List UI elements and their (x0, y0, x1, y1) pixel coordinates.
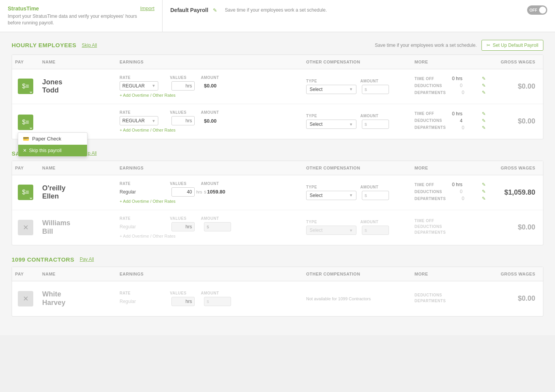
williams-other-comp-cell: TYPE AMOUNT Select ▼ s (303, 217, 411, 238)
oreilly-values-label: VALUES (170, 181, 201, 186)
williams-pay-icon-x[interactable]: ✕ (18, 220, 33, 235)
papercheck-departments-value: 0 (462, 125, 464, 130)
papercheck-other-comp-cell: TYPE AMOUNT Select ▼ s (303, 111, 411, 132)
white-rate-label: RATE (120, 291, 170, 295)
table-row: $≡ Jones Todd RATE VALUES AMOUNT (12, 69, 543, 104)
hourly-table-header: PAY NAME EARNINGS OTHER COMPENSATION MOR… (12, 55, 543, 69)
white-values-label: VALUES (170, 291, 201, 295)
contractors-table: PAY NAME EARNINGS OTHER COMPENSATION MOR… (12, 267, 543, 317)
popup-paper-check-item[interactable]: 💳 Paper Check (18, 133, 87, 145)
oreilly-values-input[interactable] (171, 187, 195, 197)
salary-table: PAY NAME EARNINGS OTHER COMPENSATION MOR… (12, 161, 543, 245)
oreilly-rate-label: RATE (120, 181, 170, 186)
white-pay-cell: ✕ (12, 288, 39, 310)
papercheck-dollar-input[interactable]: s (362, 120, 389, 129)
white-pay-icon-x[interactable]: ✕ (18, 291, 33, 306)
papercheck-deductions-value: 4 (460, 118, 462, 123)
jones-pay-icon[interactable]: $≡ (18, 79, 33, 94)
contractors-th-other-comp: OTHER COMPENSATION (303, 270, 411, 278)
jones-name-cell: Jones Todd (39, 75, 116, 98)
white-values-input[interactable] (171, 297, 195, 306)
pay-icon-dropdown-arrow-3 (29, 198, 33, 199)
white-deductions-label: DEDUCTIONS (415, 293, 442, 297)
papercheck-pay-wrapper: $≡ 💳 Paper Check ✕ (18, 115, 33, 130)
oreilly-type-text: Select (310, 193, 322, 198)
oreilly-name-cell: O'reilly Ellen (39, 181, 116, 204)
oreilly-departments-edit[interactable]: ✎ (482, 196, 486, 201)
jones-type-select[interactable]: Select ▼ (306, 85, 356, 94)
jones-dollar-input[interactable]: s (362, 85, 389, 94)
jones-values-input[interactable] (171, 81, 195, 91)
table-row: $≡ O'reilly Ellen RATE VALUES AMOUNT (12, 175, 543, 210)
pay-icon-dropdown-arrow-2 (29, 128, 33, 129)
jones-rate-label: RATE (120, 75, 170, 80)
default-payroll-toggle[interactable]: OFF (527, 5, 547, 15)
oreilly-pay-icon[interactable]: $≡ (18, 185, 33, 200)
setup-default-payroll-button[interactable]: ✂ Set Up Default Payroll (481, 40, 543, 51)
white-more-cell: DEDUCTIONS DEPARTMENTS (411, 290, 489, 308)
oreilly-add-overtime[interactable]: + Add Overtime / Other Rates (120, 199, 300, 204)
popup-skip-payroll[interactable]: ✕ Skip this payroll (18, 145, 87, 156)
papercheck-deductions-edit[interactable]: ✎ (482, 118, 486, 123)
white-dollar-prefix: s (207, 299, 209, 304)
jones-time-off-edit[interactable]: ✎ (482, 76, 486, 81)
williams-gross-wages: $0.00 (489, 220, 543, 235)
jones-add-overtime[interactable]: + Add Overtime / Other Rates (120, 93, 300, 98)
oreilly-dollar-input[interactable]: s (362, 191, 389, 200)
contractors-pay-all[interactable]: Pay All (80, 257, 94, 262)
wrench-icon: ✂ (486, 43, 490, 48)
papercheck-rate-select[interactable]: REGULAR ▼ (120, 116, 158, 125)
williams-rate-type: Regular (120, 223, 170, 231)
jones-amount-label: AMOUNT (201, 75, 236, 80)
toggle-label: OFF (529, 8, 537, 12)
oreilly-amount: 1059.80 (207, 189, 225, 195)
papercheck-pay-icon[interactable]: $≡ (18, 115, 33, 130)
hourly-skip-all[interactable]: Skip All (82, 43, 97, 48)
oreilly-time-off-edit[interactable]: ✎ (482, 182, 486, 187)
white-values-block (171, 297, 202, 306)
papercheck-deductions-label: DEDUCTIONS (415, 118, 442, 123)
papercheck-type-select[interactable]: Select ▼ (306, 120, 356, 129)
williams-name-line2: Bill (42, 228, 113, 236)
contractors-th-more: MORE (411, 270, 489, 278)
papercheck-values-input[interactable] (171, 116, 195, 125)
edit-payroll-icon[interactable]: ✎ (213, 7, 217, 13)
papercheck-time-off-edit[interactable]: ✎ (482, 111, 486, 116)
oreilly-type-select[interactable]: Select ▼ (306, 191, 356, 200)
papercheck-departments-edit[interactable]: ✎ (482, 125, 486, 130)
jones-values-label: VALUES (170, 75, 201, 80)
papercheck-amount: $0.00 (204, 118, 239, 124)
contractors-section: 1099 CONTRACTORS Pay All PAY NAME EARNIN… (12, 256, 543, 317)
jones-departments-edit[interactable]: ✎ (482, 90, 486, 95)
williams-rate-label: RATE (120, 216, 170, 221)
pay-icon-dropdown-arrow (29, 92, 33, 93)
jones-deductions-value: 0 (460, 83, 462, 88)
williams-values-block (171, 222, 202, 231)
papercheck-type-label: TYPE (306, 114, 360, 118)
jones-dollar-sign: s (365, 87, 367, 92)
oreilly-gross-wages: $1,059.80 (489, 185, 543, 200)
papercheck-add-overtime[interactable]: + Add Overtime / Other Rates (120, 128, 300, 132)
williams-departments-label: DEPARTMENTS (415, 230, 446, 235)
williams-amount2-label: AMOUNT (360, 220, 391, 224)
white-departments-label: DEPARTMENTS (415, 299, 446, 303)
oreilly-earnings-cell: RATE VALUES AMOUNT Regular hrs s (116, 178, 303, 207)
import-link[interactable]: Import (140, 5, 154, 11)
page-container: StratusTime Import Import your StratusTi… (0, 0, 555, 335)
jones-deductions-edit[interactable]: ✎ (482, 83, 486, 88)
oreilly-deductions-edit[interactable]: ✎ (482, 189, 486, 194)
oreilly-amount-label: AMOUNT (201, 181, 236, 186)
williams-values-label: VALUES (170, 216, 201, 221)
williams-amount-input[interactable]: s (204, 222, 231, 231)
papercheck-dollar-sign: s (365, 122, 367, 127)
white-rate-type: Regular (120, 297, 170, 306)
jones-type-text: Select (310, 87, 322, 92)
oreilly-name-line2: Ellen (42, 192, 113, 201)
default-payroll-label: Default Payroll (170, 7, 208, 13)
hourly-section-title: HOURLY EMPLOYEES (12, 42, 76, 48)
williams-values-input[interactable] (171, 222, 195, 231)
oreilly-dollar-prefix: s (204, 189, 206, 195)
table-row: ✕ Williams Bill RATE VALUES AMOUNT Re (12, 210, 543, 245)
jones-rate-select[interactable]: REGULAR ▼ (120, 81, 158, 91)
contractors-section-title: 1099 CONTRACTORS (12, 256, 74, 263)
